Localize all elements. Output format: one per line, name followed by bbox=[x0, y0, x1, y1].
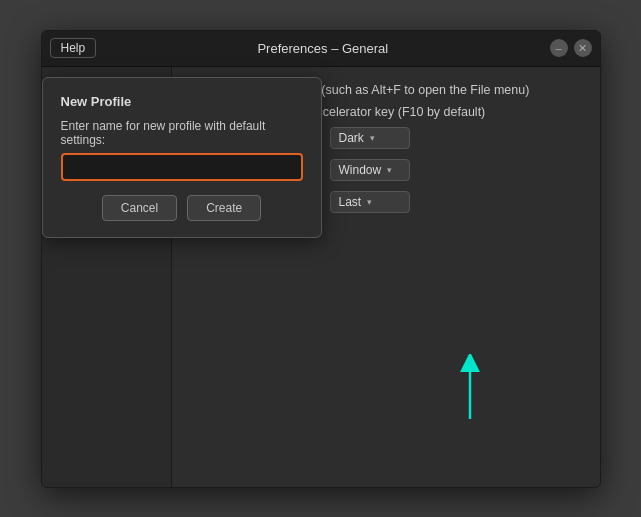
new-profile-dialog: New Profile Enter name for new profile w… bbox=[42, 77, 322, 238]
help-button[interactable]: Help bbox=[50, 38, 97, 58]
create-button[interactable]: Create bbox=[187, 195, 261, 221]
profile-name-input[interactable] bbox=[61, 153, 303, 181]
minimize-button[interactable]: – bbox=[550, 39, 568, 57]
dialog-title: New Profile bbox=[61, 94, 303, 109]
cancel-button[interactable]: Cancel bbox=[102, 195, 177, 221]
titlebar: Help Preferences – General – ✕ bbox=[42, 31, 600, 67]
window-controls: – ✕ bbox=[550, 39, 592, 57]
dialog-overlay: New Profile Enter name for new profile w… bbox=[172, 67, 600, 487]
main-panel: Enable mnemonics (such as Alt+F to open … bbox=[172, 67, 600, 487]
dialog-label: Enter name for new profile with default … bbox=[61, 119, 303, 147]
arrow-svg bbox=[440, 354, 500, 424]
content-area: Global General Shortcuts Profiles + Enab… bbox=[42, 67, 600, 487]
window-title: Preferences – General bbox=[96, 41, 549, 56]
close-button[interactable]: ✕ bbox=[574, 39, 592, 57]
arrow-indicator bbox=[440, 354, 500, 427]
dialog-buttons: Cancel Create bbox=[61, 195, 303, 221]
preferences-window: Help Preferences – General – ✕ Global Ge… bbox=[41, 30, 601, 488]
